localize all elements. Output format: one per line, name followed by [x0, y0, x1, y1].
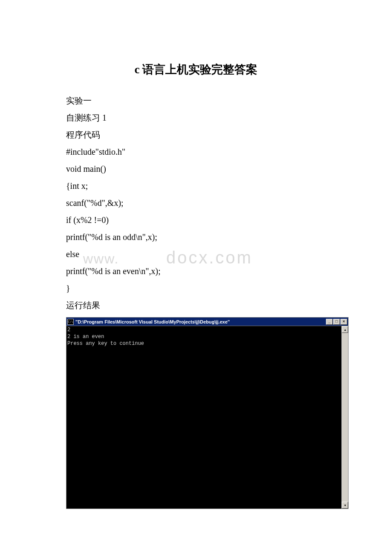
code-line: else	[66, 246, 326, 263]
vertical-scrollbar[interactable]: ▴ ▾	[341, 326, 348, 509]
cmd-icon: C:\	[67, 319, 74, 325]
close-button[interactable]: ×	[340, 319, 347, 325]
page-title: c 语言上机实验完整答案	[66, 62, 326, 77]
maximize-button[interactable]: □	[333, 319, 340, 325]
code-line: {int x;	[66, 177, 326, 194]
code-line: }	[66, 280, 326, 297]
window-titlebar[interactable]: C:\ "D:\Program Files\Microsoft Visual S…	[66, 318, 348, 326]
code-line: if (x%2 !=0)	[66, 211, 326, 228]
text-line: 运行结果	[66, 297, 326, 314]
code-line: printf("%d is an even\n",x);	[66, 263, 326, 280]
code-line: #include"stdio.h"	[66, 143, 326, 160]
console-output: 2 2 is an even Press any key to continue	[66, 326, 341, 509]
text-line: 实验一	[66, 92, 326, 109]
document-body: 实验一 自测练习 1 程序代码 #include"stdio.h" void m…	[66, 92, 326, 314]
scroll-down-button[interactable]: ▾	[342, 502, 348, 509]
code-line: printf("%d is an odd\n",x);	[66, 228, 326, 246]
minimize-button[interactable]: _	[326, 319, 333, 325]
window-title: "D:\Program Files\Microsoft Visual Studi…	[75, 319, 326, 324]
console-window: C:\ "D:\Program Files\Microsoft Visual S…	[66, 317, 349, 509]
scroll-up-button[interactable]: ▴	[342, 326, 348, 333]
text-line: 程序代码	[66, 126, 326, 143]
code-line: scanf("%d",&x);	[66, 194, 326, 211]
code-line: void main()	[66, 160, 326, 177]
text-line: 自测练习 1	[66, 109, 326, 126]
